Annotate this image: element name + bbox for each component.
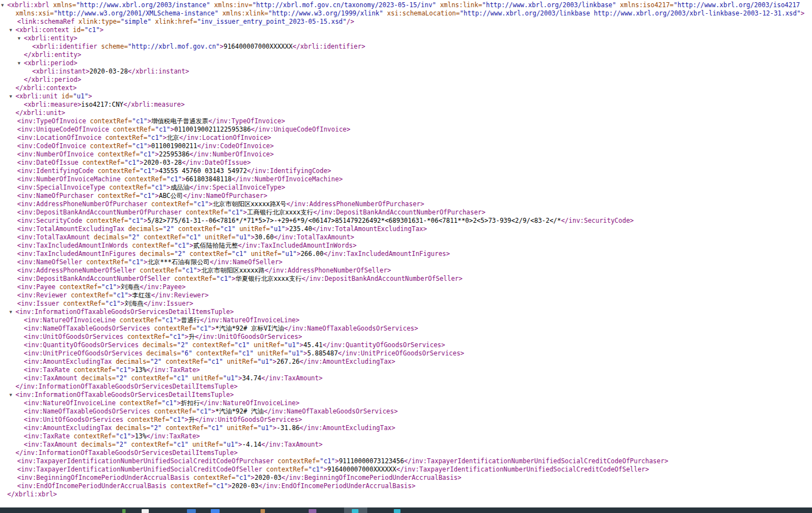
tag-token: </inv:InformationOfTaxableGoodsOrService… (15, 449, 238, 457)
attribute-name: xmlns:link= (436, 1, 482, 9)
attribute-value: "c1" (101, 283, 117, 291)
tag-token: /> (346, 18, 354, 25)
attribute-value: "c1" (232, 250, 247, 258)
taskbar-app-icon-blue-1[interactable] (187, 509, 196, 513)
attribute-name: contextRef= (70, 432, 116, 440)
tag-token: <xbrli:xbrl (7, 1, 49, 9)
tag-token: > (238, 374, 242, 382)
attribute-name: xmlns= (49, 1, 76, 9)
taskbar-active-app-button[interactable] (344, 507, 367, 513)
attribute-value: "c1" (235, 341, 250, 349)
collapse-toggle-icon[interactable]: ▼ (9, 391, 12, 399)
tag-token: > (100, 26, 103, 34)
text-content: 升 (189, 333, 195, 341)
tag-token: </inv:NameOfSeller> (210, 258, 283, 266)
attribute-value: "http://www.xbrl.org/2003/linkbase http:… (460, 9, 800, 17)
text-content: *汽油*92# 汽油 (215, 407, 264, 415)
attribute-name: contextRef= (162, 358, 207, 365)
tag-token: <inv:TaxIncludedAmountInWords (17, 242, 128, 249)
attribute-value: "c1" (207, 424, 223, 432)
text-content: iso4217:CNY (81, 101, 123, 108)
tag-token: </inv:TaxAmount> (261, 441, 322, 448)
taskbar-app-icon-green[interactable] (122, 509, 126, 513)
text-content: 43555 45760 03143 54972 (159, 167, 247, 175)
attribute-name: contextRef= (109, 125, 155, 133)
taskbar-app-icon-orange[interactable] (261, 509, 265, 513)
tag-token: <inv:NatureOfInvoiceLine (24, 316, 116, 324)
xml-line: <inv:TaxIncludedAmountInWords contextRef… (0, 242, 812, 250)
tag-token: </inv:SpecialInvoiceType> (189, 184, 285, 191)
taskbar-app-icon-teal[interactable] (394, 509, 400, 513)
collapse-toggle-icon[interactable]: ▼ (18, 34, 20, 43)
tag-token: <inv:AddressPhoneNumberOfPurchaser (17, 200, 147, 208)
tag-token: > (190, 242, 194, 249)
xml-line: <inv:NatureOfInvoiceLine contextRef="c1"… (0, 316, 812, 324)
attribute-name: contextRef= (105, 184, 151, 191)
tag-token: > (285, 225, 289, 233)
attribute-value: "http://www.xbrl.org/2003/linkbase" (482, 1, 616, 9)
text-content: *汽油*92# 京标VI汽油 (215, 324, 284, 332)
tag-token: <inv:TotalTaxAmount (17, 233, 90, 241)
tag-token: </inv:DepositBankAndAccountNumberOfPurch… (313, 208, 486, 216)
text-content: ABC公司 (159, 192, 183, 200)
xml-line: <inv:TotalAmountExcludingTax decimals="2… (0, 225, 812, 233)
attribute-value: "u1" (288, 349, 304, 357)
taskbar-app-icon-white[interactable] (142, 509, 149, 513)
collapse-toggle-icon[interactable]: ▼ (9, 26, 12, 34)
tag-token: > (238, 441, 242, 448)
attribute-value: "2" (150, 424, 162, 432)
attribute-name: decimals= (136, 250, 174, 258)
taskbar-app-icon-blue-2[interactable] (211, 509, 220, 513)
tag-token: <inv:Issuer (17, 300, 59, 307)
tag-token: <inv:UnitPriceOfGoodsOrServices (24, 349, 143, 357)
collapse-toggle-icon[interactable]: ▼ (18, 59, 20, 67)
tag-token: > (300, 341, 304, 349)
xml-line: <inv:TaxIncludedAmountInFigures decimals… (0, 250, 812, 258)
attribute-value: "u1" (257, 358, 273, 365)
collapse-toggle-icon[interactable]: ▼ (9, 308, 12, 316)
attribute-value: "http://www.xbrl.org/2003/iso4217 (674, 1, 800, 9)
text-content: 北京 (166, 134, 179, 142)
tag-token: </inv:SecurityCode> (561, 217, 634, 224)
taskbar-app-icon-purple[interactable] (309, 509, 316, 513)
tag-token: <inv:BeginningOfIncomePeriodUnderAccrual… (17, 474, 190, 481)
tag-token: <inv:TaxpayerIdentificationNumberUnified… (17, 465, 262, 473)
attribute-name: unitRef= (250, 341, 284, 349)
xml-line: <inv:CodeOfInvoice contextRef="c1">01100… (0, 142, 812, 150)
attribute-value: "u1" (236, 233, 251, 241)
tag-token: <inv:NumberOfInvoiceMachine (17, 175, 121, 183)
tag-token: > (228, 482, 232, 490)
xml-line: <inv:TaxRate contextRef="c1">13%</inv:Ta… (0, 432, 812, 441)
attribute-name: unitRef= (223, 424, 257, 432)
attribute-value: "c1" (320, 457, 335, 465)
attribute-name: contextRef= (67, 291, 113, 299)
tag-token: </inv:UniqueCodeOfInvoice> (251, 125, 350, 133)
tag-token: <xbrli:entity> (24, 34, 77, 42)
collapse-toggle-icon[interactable]: ▼ (9, 92, 12, 101)
attribute-value: "c1" (116, 432, 131, 440)
tag-token: <inv:CodeOfInvoice (17, 142, 86, 150)
tag-token: <inv:TaxRate (24, 432, 70, 440)
text-content: 增值税电子普通发票 (151, 117, 209, 125)
attribute-value: "c1" (169, 416, 185, 423)
attribute-name: unitRef= (201, 233, 235, 241)
attribute-name: contextRef= (274, 457, 320, 465)
tag-token: </xbrli:period> (24, 76, 81, 83)
attribute-name: id= (58, 92, 73, 100)
attribute-value: "c1" (186, 233, 201, 241)
attribute-value: "c1" (128, 217, 144, 224)
text-content: 贰佰陆拾陆元整 (194, 242, 238, 249)
attribute-value: "c1" (196, 407, 212, 415)
tag-token: <inv:TaxIncludedAmountInFigures (17, 250, 136, 258)
attribute-value: "2" (174, 250, 186, 258)
xml-line: ▼<xbrli:entity> (0, 34, 812, 43)
text-content: 刘海燕 (121, 283, 140, 291)
collapse-toggle-icon[interactable]: ▼ (1, 1, 4, 9)
attribute-value: "u1" (223, 374, 238, 382)
tag-token: <inv:DepositBankAndAccountNumberOfSeller (17, 275, 170, 282)
xml-line: <inv:UniqueCodeOfInvoice contextRef="c1"… (0, 125, 812, 134)
attribute-name: contextRef= (189, 341, 235, 349)
attribute-value: "c1" (162, 399, 177, 407)
xml-line: <inv:TotalTaxAmount decimals="2" context… (0, 233, 812, 242)
tag-token: </inv:TotalAmountExcludingTax> (312, 225, 427, 233)
